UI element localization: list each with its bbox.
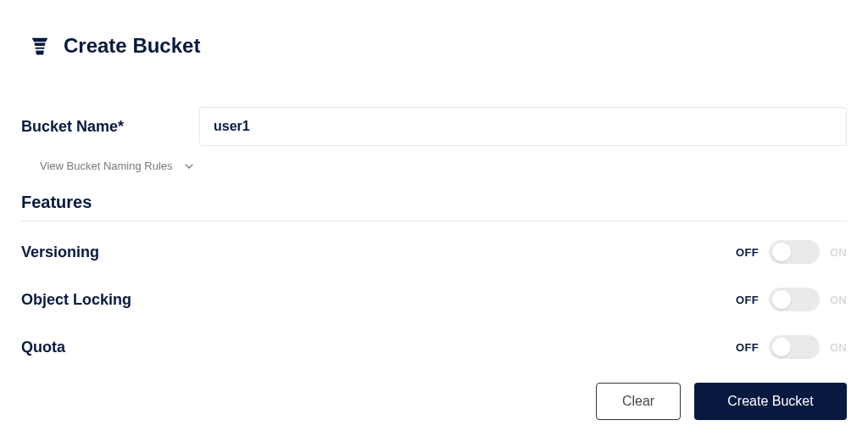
toggle-off-label: OFF xyxy=(736,294,759,306)
section-divider xyxy=(21,221,847,221)
bucket-name-label: Bucket Name* xyxy=(21,118,174,136)
view-naming-rules-link[interactable]: View Bucket Naming Rules xyxy=(40,160,193,172)
feature-versioning-toggle[interactable] xyxy=(769,240,820,264)
feature-versioning-row: Versioning OFF ON xyxy=(21,240,847,264)
chevron-down-icon xyxy=(185,162,193,171)
page-title: Create Bucket xyxy=(64,34,200,58)
toggle-on-label: ON xyxy=(830,294,847,306)
feature-quota-toggle[interactable] xyxy=(769,335,820,359)
clear-button[interactable]: Clear xyxy=(596,383,681,420)
svg-rect-1 xyxy=(35,49,45,51)
create-bucket-button[interactable]: Create Bucket xyxy=(694,383,847,420)
toggle-off-label: OFF xyxy=(736,341,759,354)
features-section-title: Features xyxy=(21,193,847,212)
form-actions: Clear Create Bucket xyxy=(21,383,847,420)
feature-object-locking-label: Object Locking xyxy=(21,291,131,309)
feature-versioning-toggle-group: OFF ON xyxy=(736,240,847,264)
svg-rect-0 xyxy=(34,46,45,48)
page-header: Create Bucket xyxy=(21,34,847,58)
bucket-icon xyxy=(28,34,52,58)
feature-quota-toggle-group: OFF ON xyxy=(736,335,847,359)
bucket-name-row: Bucket Name* xyxy=(21,107,847,146)
toggle-on-label: ON xyxy=(830,246,847,259)
naming-rules-label: View Bucket Naming Rules xyxy=(40,160,173,172)
feature-versioning-label: Versioning xyxy=(21,244,99,261)
feature-object-locking-toggle[interactable] xyxy=(769,288,820,311)
bucket-name-input[interactable] xyxy=(199,107,847,146)
feature-quota-label: Quota xyxy=(21,339,65,356)
feature-quota-row: Quota OFF ON xyxy=(21,335,847,359)
toggle-off-label: OFF xyxy=(736,246,759,259)
toggle-on-label: ON xyxy=(830,341,847,354)
feature-object-locking-toggle-group: OFF ON xyxy=(736,288,847,311)
feature-object-locking-row: Object Locking OFF ON xyxy=(21,288,847,311)
